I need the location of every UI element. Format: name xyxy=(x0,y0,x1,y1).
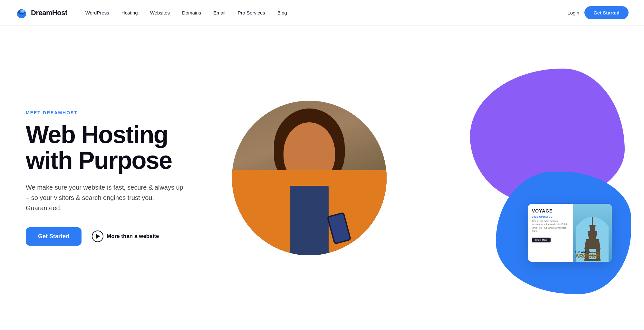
voyage-card-inner: Home Travel Blog VOYAGE 2022 UPDATES One… xyxy=(528,204,612,262)
hero-visual-right: Home Travel Blog VOYAGE 2022 UPDATES One… xyxy=(226,81,618,275)
video-link-label: More than a website xyxy=(107,233,159,240)
voyage-know-more-button[interactable]: Know More xyxy=(532,238,551,242)
main-nav: DreamHost WordPress Hosting Websites Dom… xyxy=(0,0,644,26)
get-started-nav-button[interactable]: Get Started xyxy=(584,6,629,19)
hero-content-left: MEET DREAMHOST Web Hosting with Purpose … xyxy=(26,110,226,246)
nav-item-wordpress[interactable]: WordPress xyxy=(80,7,114,18)
voyage-card: Home Travel Blog VOYAGE 2022 UPDATES One… xyxy=(528,204,612,262)
voyage-card-title: VOYAGE xyxy=(532,208,569,213)
play-icon xyxy=(92,231,103,242)
person-apron xyxy=(290,186,329,255)
get-started-hero-button[interactable]: Get Started xyxy=(26,227,82,246)
video-link[interactable]: More than a website xyxy=(92,231,159,242)
voyage-update-label: 2022 UPDATES xyxy=(532,215,569,218)
hero-actions: Get Started More than a website xyxy=(26,227,226,246)
nav-item-pro-services[interactable]: Pro Services xyxy=(233,7,270,18)
hero-title: Web Hosting with Purpose xyxy=(26,122,226,173)
hero-eyebrow: MEET DREAMHOST xyxy=(26,110,226,115)
svg-marker-8 xyxy=(588,231,597,239)
voyage-body-text: One of the most famous landmarks in the … xyxy=(532,220,569,233)
nav-item-hosting[interactable]: Hosting xyxy=(116,7,143,18)
login-link[interactable]: Login xyxy=(567,10,579,15)
nav-right: Login Get Started xyxy=(567,6,629,19)
nav-item-domains[interactable]: Domains xyxy=(177,7,206,18)
voyage-world-around: THE WORLD AROUND xyxy=(575,251,610,259)
play-triangle xyxy=(96,234,100,239)
svg-marker-9 xyxy=(584,239,601,249)
nav-item-email[interactable]: Email xyxy=(208,7,231,18)
voyage-around-text: AROUND xyxy=(575,253,610,259)
logo[interactable]: DreamHost xyxy=(15,7,67,19)
brand-name: DreamHost xyxy=(31,9,67,17)
svg-point-3 xyxy=(21,10,24,12)
nav-item-blog[interactable]: Blog xyxy=(272,7,292,18)
nav-links: WordPress Hosting Websites Domains Email… xyxy=(80,7,568,18)
nav-item-websites[interactable]: Websites xyxy=(145,7,175,18)
hero-section: MEET DREAMHOST Web Hosting with Purpose … xyxy=(0,26,644,330)
svg-marker-7 xyxy=(589,225,596,231)
svg-rect-6 xyxy=(592,217,593,225)
hero-title-line1: Web Hosting xyxy=(26,121,168,148)
dreamhost-logo-icon xyxy=(15,7,28,19)
hero-person-image xyxy=(232,101,387,255)
hero-subtitle: We make sure your website is fast, secur… xyxy=(26,182,187,213)
voyage-text-column: Home Travel Blog VOYAGE 2022 UPDATES One… xyxy=(528,204,573,262)
voyage-image-column: THE WORLD AROUND xyxy=(573,204,612,262)
hero-title-line2: with Purpose xyxy=(26,146,172,174)
